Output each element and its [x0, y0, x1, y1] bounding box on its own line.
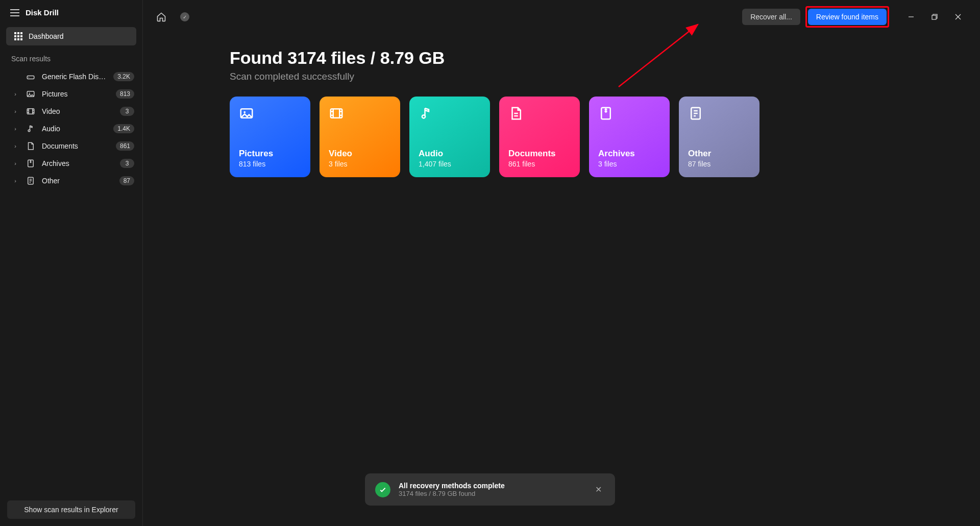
card-title: Other	[688, 149, 750, 159]
chevron-icon: ›	[11, 143, 19, 149]
sidebar-item-label: Archives	[42, 159, 114, 168]
toast-title: All recovery methods complete	[399, 482, 584, 490]
audio-icon	[419, 106, 434, 121]
menu-icon[interactable]	[10, 9, 19, 16]
sidebar-item-label: Audio	[42, 125, 107, 133]
card-title: Archives	[598, 149, 660, 159]
card-other[interactable]: Other 87 files	[679, 97, 760, 177]
count-badge: 87	[119, 176, 134, 185]
sidebar-item-video[interactable]: › Video 3	[0, 103, 142, 120]
chevron-icon: ›	[11, 178, 19, 184]
card-title: Documents	[508, 149, 571, 159]
sidebar-item-label: Video	[42, 107, 114, 115]
svg-point-1	[29, 77, 30, 78]
archives-icon	[598, 106, 614, 121]
toast-sub: 3174 files / 8.79 GB found	[399, 490, 584, 497]
archives-icon	[26, 159, 36, 168]
card-sub: 861 files	[508, 160, 571, 168]
svg-rect-0	[27, 76, 34, 79]
count-badge: 3	[120, 159, 134, 168]
sidebar-item-label: Generic Flash Disk USB...	[42, 73, 107, 81]
recover-all-button[interactable]: Recover all...	[742, 9, 800, 25]
status-check-icon[interactable]: ✓	[177, 9, 193, 25]
video-icon	[329, 106, 344, 121]
sidebar-footer: Show scan results in Explorer	[0, 493, 142, 526]
card-documents[interactable]: Documents 861 files	[499, 97, 580, 177]
subhead: Scan completed successfully	[230, 71, 949, 82]
count-badge: 3.2K	[113, 72, 134, 81]
section-label-scan-results: Scan results	[0, 53, 142, 68]
maximize-icon[interactable]	[923, 8, 946, 26]
toast-notification: All recovery methods complete 3174 files…	[365, 473, 615, 506]
count-badge: 813	[116, 89, 134, 99]
toast-close-icon[interactable]: ✕	[592, 483, 605, 496]
success-check-icon	[375, 482, 390, 497]
headline: Found 3174 files / 8.79 GB	[230, 48, 949, 68]
svg-point-3	[29, 92, 30, 93]
card-sub: 813 files	[239, 160, 301, 168]
svg-point-10	[243, 111, 246, 113]
card-archives[interactable]: Archives 3 files	[589, 97, 670, 177]
chevron-icon: ›	[11, 126, 19, 132]
chevron-icon: ›	[11, 108, 19, 114]
home-icon[interactable]	[153, 9, 169, 25]
card-sub: 87 files	[688, 160, 750, 168]
card-audio[interactable]: Audio 1,407 files	[409, 97, 490, 177]
video-icon	[26, 107, 36, 116]
sidebar-item-pictures[interactable]: › Pictures 813	[0, 85, 142, 103]
count-badge: 3	[120, 107, 134, 116]
review-found-items-button[interactable]: Review found items	[808, 9, 887, 25]
disk-icon	[26, 72, 36, 81]
svg-rect-11	[331, 109, 342, 118]
pictures-icon	[239, 106, 254, 121]
sidebar-header: Disk Drill	[0, 0, 142, 25]
app-title: Disk Drill	[26, 8, 59, 17]
sidebar-item-archives[interactable]: › Archives 3	[0, 155, 142, 172]
content: Found 3174 files / 8.79 GB Scan complete…	[143, 34, 980, 187]
svg-rect-4	[27, 109, 34, 114]
svg-rect-8	[932, 15, 936, 19]
card-title: Audio	[419, 149, 481, 159]
sidebar-item-other[interactable]: › Other 87	[0, 172, 142, 189]
topbar: ✓ Recover all... Review found items	[143, 0, 980, 34]
main: ✓ Recover all... Review found items Foun…	[143, 0, 980, 526]
card-title: Video	[329, 149, 391, 159]
sidebar-item-disk[interactable]: Generic Flash Disk USB... 3.2K	[0, 68, 142, 85]
card-pictures[interactable]: Pictures 813 files	[230, 97, 310, 177]
count-badge: 861	[116, 141, 134, 151]
sidebar: Disk Drill Dashboard Scan results Generi…	[0, 0, 143, 526]
nav-dashboard[interactable]: Dashboard	[6, 27, 136, 45]
svg-point-5	[28, 130, 30, 132]
card-video[interactable]: Video 3 files	[320, 97, 400, 177]
other-icon	[688, 106, 703, 121]
sidebar-item-documents[interactable]: › Documents 861	[0, 137, 142, 155]
show-in-explorer-button[interactable]: Show scan results in Explorer	[7, 500, 135, 519]
pictures-icon	[26, 89, 36, 99]
card-title: Pictures	[239, 149, 301, 159]
chevron-icon: ›	[11, 91, 19, 97]
other-icon	[26, 176, 36, 185]
sidebar-item-audio[interactable]: › Audio 1.4K	[0, 120, 142, 137]
annotation-highlight: Review found items	[805, 6, 889, 28]
sidebar-item-label: Other	[42, 177, 113, 185]
sidebar-item-label: Documents	[42, 142, 110, 150]
window-controls	[899, 8, 970, 26]
card-sub: 3 files	[329, 160, 391, 168]
documents-icon	[508, 106, 524, 121]
audio-icon	[26, 124, 36, 133]
close-icon[interactable]	[946, 8, 970, 26]
count-badge: 1.4K	[113, 124, 134, 133]
svg-point-12	[422, 115, 425, 118]
sidebar-item-label: Pictures	[42, 90, 110, 98]
card-sub: 1,407 files	[419, 160, 481, 168]
dashboard-icon	[14, 32, 22, 40]
minimize-icon[interactable]	[899, 8, 923, 26]
chevron-icon: ›	[11, 160, 19, 166]
cards-row: Pictures 813 files Video 3 files Audio 1…	[230, 97, 949, 177]
dashboard-label: Dashboard	[29, 32, 64, 40]
card-sub: 3 files	[598, 160, 660, 168]
documents-icon	[26, 141, 36, 151]
